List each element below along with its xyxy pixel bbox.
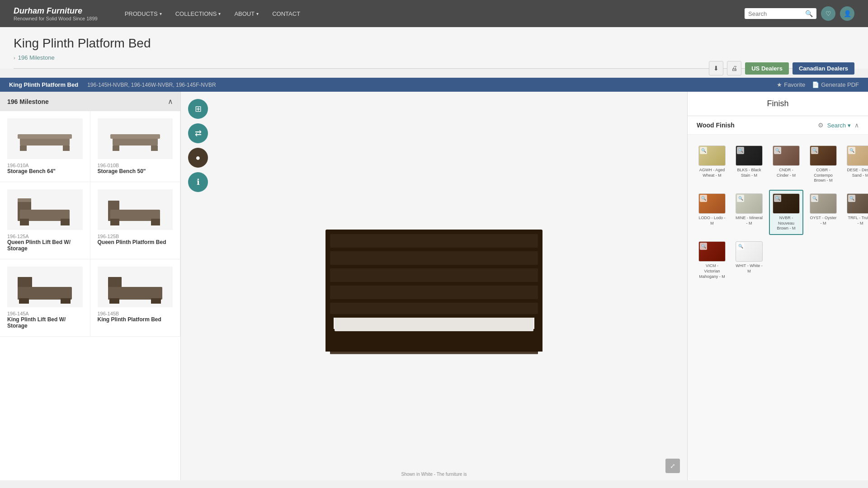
resize-tool-button[interactable]: ⊞ — [188, 99, 208, 119]
brand-logo[interactable]: Durham Furniture Renowned for Solid Wood… — [14, 6, 98, 21]
brand-tagline: Renowned for Solid Wood Since 1899 — [14, 16, 98, 21]
zoom-icon: 🔍 — [848, 195, 855, 202]
product-image-area: ⊞ ⇄ ● ℹ — [181, 92, 687, 480]
heart-icon-button[interactable]: ♡ — [821, 6, 835, 21]
search-box: 🔍 — [745, 8, 816, 19]
zoom-icon: 🔍 — [774, 195, 781, 202]
search-input[interactable] — [748, 10, 802, 17]
zoom-icon: 🔍 — [737, 195, 744, 202]
finish-item-agwh[interactable]: 🔍 AGWH - Aged Wheat - M — [695, 142, 729, 187]
print-icon-button[interactable]: 🖨 — [727, 61, 741, 75]
chevron-down-icon: ▾ — [160, 11, 162, 16]
zoom-icon: 🔍 — [811, 147, 818, 154]
svg-rect-15 — [110, 219, 119, 225]
svg-rect-23 — [109, 298, 119, 304]
finish-item-cndr[interactable]: 🔍 CNDR - Cinder - M — [769, 142, 803, 187]
finish-label: MINE - Mineral - M — [736, 216, 763, 226]
svg-rect-25 — [330, 329, 538, 354]
finish-label: CNDR - Cinder - M — [773, 168, 800, 178]
navbar: Durham Furniture Renowned for Solid Wood… — [0, 0, 868, 27]
finish-item-dese[interactable]: 🔍 DESE - Desert Sand - M — [843, 142, 868, 187]
finish-grid: 🔍 AGWH - Aged Wheat - M 🔍 BLKS - Black S… — [688, 135, 868, 290]
svg-rect-31 — [330, 234, 538, 248]
svg-rect-37 — [534, 315, 542, 352]
zoom-icon: 🔍 — [848, 147, 855, 154]
header-actions: ⬇ 🖨 US Dealers Canadian Dealers — [709, 61, 854, 75]
zoom-icon: 🔍 — [737, 243, 744, 250]
nav-contact[interactable]: CONTACT — [272, 10, 300, 17]
product-code: 196-010B — [98, 163, 173, 168]
finish-search-link[interactable]: Search ▾ — [827, 122, 851, 129]
list-item[interactable]: 196-145B King Plinth Platform Bed — [90, 259, 181, 337]
info-button[interactable]: ℹ — [188, 172, 208, 192]
image-footer-text: Shown in White - The furniture is — [401, 472, 467, 477]
svg-rect-22 — [108, 287, 162, 300]
sidebar-header[interactable]: 196 Milestone ∧ — [0, 92, 180, 111]
finish-item-nvbr[interactable]: 🔍 NVBR - Nouveau Brown - M — [769, 190, 803, 235]
bed-svg — [316, 202, 552, 370]
nav-products[interactable]: PRODUCTS ▾ — [125, 10, 162, 17]
product-image — [7, 267, 83, 307]
expand-button[interactable]: ⤢ — [665, 459, 680, 473]
list-item[interactable]: 196-010B Storage Bench 50" — [90, 111, 181, 182]
wood-finish-controls: ⚙ Search ▾ ∧ — [818, 122, 859, 129]
svg-rect-32 — [330, 251, 538, 265]
svg-rect-33 — [330, 268, 538, 282]
wood-finish-header: Wood Finish ⚙ Search ▾ ∧ — [688, 116, 868, 135]
product-name: Storage Bench 64" — [7, 168, 83, 174]
chevron-down-icon: ▾ — [848, 122, 851, 129]
svg-rect-6 — [113, 145, 119, 151]
color-picker-button[interactable]: ● — [188, 148, 208, 168]
finish-item-cobr[interactable]: 🔍 COBR - Contempo Brown - M — [806, 142, 840, 187]
page-title: King Plinth Platform Bed — [14, 36, 854, 51]
compare-tool-button[interactable]: ⇄ — [188, 123, 208, 143]
finish-item-whit[interactable]: 🔍 WHIT - White - M — [732, 238, 766, 283]
list-item[interactable]: 196-125B Queen Plinth Platform Bed — [90, 182, 181, 259]
generate-pdf-button[interactable]: 📄 Generate PDF — [812, 81, 859, 88]
breadcrumb-link[interactable]: 196 Milestone — [18, 54, 55, 61]
finish-label: LODO - Lodo - M — [698, 216, 726, 226]
finish-item-mine[interactable]: 🔍 MINE - Mineral - M — [732, 190, 766, 235]
svg-rect-19 — [19, 298, 29, 304]
finish-item-trfl[interactable]: 🔍 TRFL - Truffle - M — [843, 190, 868, 235]
list-item[interactable]: 196-145A King Plinth Lift Bed W/ Storage — [0, 259, 90, 337]
product-tools: ⊞ ⇄ ● ℹ — [188, 99, 208, 192]
product-image — [7, 118, 83, 159]
finish-item-blks[interactable]: 🔍 BLKS - Black Stain - M — [732, 142, 766, 187]
nav-collections[interactable]: COLLECTIONS ▾ — [175, 10, 221, 17]
product-code: 196-125B — [98, 234, 173, 239]
finish-panel: Finish Wood Finish ⚙ Search ▾ ∧ 🔍 AGWH -… — [687, 92, 868, 480]
finish-swatch: 🔍 — [810, 193, 837, 214]
nav-links: PRODUCTS ▾ COLLECTIONS ▾ ABOUT ▾ CONTACT — [125, 10, 745, 17]
search-button[interactable]: 🔍 — [805, 10, 813, 17]
finish-collapse-icon[interactable]: ∧ — [854, 122, 859, 129]
svg-rect-12 — [18, 198, 31, 202]
product-name: Queen Plinth Lift Bed W/ Storage — [7, 239, 83, 252]
finish-label: COBR - Contempo Brown - M — [810, 168, 837, 183]
finish-swatch: 🔍 — [698, 145, 726, 166]
svg-rect-10 — [20, 219, 29, 225]
product-grid: 196-010A Storage Bench 64" 196-010B Stor… — [0, 111, 180, 337]
pdf-icon: 📄 — [812, 81, 819, 88]
nav-about[interactable]: ABOUT ▾ — [234, 10, 259, 17]
user-icon-button[interactable]: 👤 — [840, 6, 854, 21]
product-bar-right: ★ Favorite 📄 Generate PDF — [777, 81, 859, 88]
list-item[interactable]: 196-010A Storage Bench 64" — [0, 111, 90, 182]
download-icon-button[interactable]: ⬇ — [709, 61, 723, 75]
svg-rect-3 — [63, 145, 70, 151]
breadcrumb: › 196 Milestone — [14, 54, 854, 61]
brand-name: Durham Furniture — [14, 6, 98, 16]
finish-swatch: 🔍 — [698, 193, 726, 214]
list-item[interactable]: 196-125A Queen Plinth Lift Bed W/ Storag… — [0, 182, 90, 259]
favorite-button[interactable]: ★ Favorite — [777, 81, 805, 88]
product-code: 196-125A — [7, 234, 83, 239]
zoom-icon: 🔍 — [774, 147, 781, 154]
finish-item-vicm[interactable]: 🔍 VICM - Victorian Mahogany - M — [695, 238, 729, 283]
canadian-dealers-button[interactable]: Canadian Dealers — [793, 62, 854, 75]
filter-icon: ⚙ — [818, 122, 824, 129]
us-dealers-button[interactable]: US Dealers — [745, 62, 789, 75]
finish-item-lodo[interactable]: 🔍 LODO - Lodo - M — [695, 190, 729, 235]
finish-label: BLKS - Black Stain - M — [736, 168, 763, 178]
finish-item-oyst[interactable]: 🔍 OYST - Oyster - M — [806, 190, 840, 235]
main-layout: 196 Milestone ∧ 196-010A Storage Bench 6… — [0, 92, 868, 480]
